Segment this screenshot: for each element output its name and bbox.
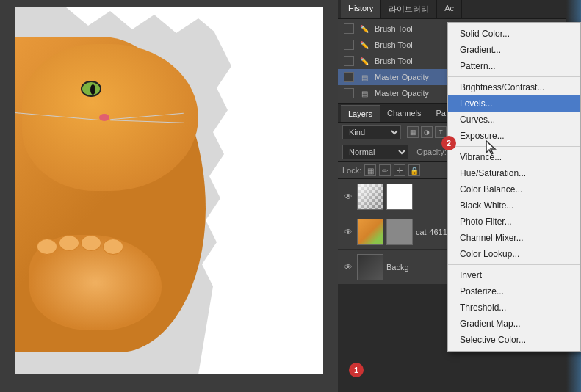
menu-divider-2 [448, 146, 580, 147]
canvas-area [0, 0, 338, 392]
lock-transparent-icon[interactable]: ▦ [364, 164, 376, 176]
menu-pattern[interactable]: Pattern... [448, 58, 580, 74]
layer-thumb-3 [357, 254, 383, 280]
paw-toe-4 [103, 239, 123, 255]
filter-pixel-icon[interactable]: ▦ [407, 126, 419, 138]
paw-toe-3 [81, 235, 101, 251]
layer-eye-2[interactable]: 👁 [342, 226, 354, 238]
layer-mask-2 [386, 219, 413, 245]
lock-label: Lock: [342, 166, 361, 175]
menu-threshold[interactable]: Threshold... [448, 300, 580, 316]
layer-icon-1: ▤ [358, 71, 370, 83]
step-badge-2: 2 [441, 136, 456, 150]
history-checkbox-3[interactable] [344, 56, 354, 66]
thumb-content-1 [358, 184, 383, 209]
cat-scene [15, 7, 323, 374]
kind-select[interactable]: Kind [342, 125, 401, 139]
layer-eye-1[interactable]: 👁 [342, 191, 354, 203]
menu-color-balance[interactable]: Color Balance... [448, 181, 580, 197]
tab-history[interactable]: History [341, 0, 381, 18]
filter-adj-icon[interactable]: ◑ [421, 126, 433, 138]
menu-exposure[interactable]: Exposure... [448, 128, 580, 144]
svg-marker-0 [486, 141, 495, 154]
menu-channel-mixer[interactable]: Channel Mixer... [448, 230, 580, 246]
menu-vibrance[interactable]: Vibrance... [448, 149, 580, 165]
opacity-label: Opacity: [416, 148, 446, 156]
menu-divider-1 [448, 76, 580, 77]
menu-black-white[interactable]: Black White... [448, 197, 580, 214]
brush-icon-1: ✏️ [358, 23, 370, 35]
menu-levels[interactable]: Levels... [448, 95, 580, 112]
cat-eye [81, 81, 101, 97]
menu-color-lookup[interactable]: Color Lookup... [448, 246, 580, 262]
menu-posterize[interactable]: Posterize... [448, 283, 580, 300]
brush-icon-2: ✏️ [358, 39, 370, 51]
paw-toe-2 [59, 235, 79, 251]
mask-content-1 [387, 184, 412, 209]
step-badge-1: 1 [349, 363, 364, 377]
layer-thumb-2 [357, 219, 383, 245]
cat-pupil [90, 84, 95, 95]
layer-eye-3[interactable]: 👁 [342, 261, 354, 273]
lock-move-icon[interactable]: ✛ [394, 164, 405, 176]
tab-library[interactable]: 라이브러리 [381, 0, 437, 18]
mask-content-2 [387, 219, 412, 244]
history-checkbox-2[interactable] [344, 40, 354, 50]
cursor-arrow [485, 139, 499, 157]
menu-gradient[interactable]: Gradient... [448, 42, 580, 58]
layer-mask-1 [386, 184, 413, 210]
paw-toe-1 [37, 239, 57, 255]
cat-nose [99, 114, 109, 121]
history-panel-tabs: History 라이브러리 Ac [338, 0, 581, 19]
menu-gradient-map[interactable]: Gradient Map... [448, 316, 580, 332]
cat-face [22, 44, 198, 191]
menu-divider-3 [448, 264, 580, 265]
menu-solid-color[interactable]: Solid Color... [448, 26, 580, 42]
brush-icon-3: ✏️ [358, 55, 370, 67]
layer-icon-2: ▤ [358, 87, 370, 99]
history-checkbox-4[interactable] [344, 72, 354, 82]
lock-image-icon[interactable]: ✏ [379, 164, 391, 176]
menu-photo-filter[interactable]: Photo Filter... [448, 214, 580, 230]
menu-invert[interactable]: Invert [448, 267, 580, 283]
canvas-image [15, 7, 323, 374]
tab-layers[interactable]: Layers [341, 105, 380, 122]
history-checkbox-1[interactable] [344, 23, 354, 34]
menu-brightness-contrast[interactable]: Brightness/Contrast... [448, 79, 580, 95]
mode-select[interactable]: Normal [342, 145, 408, 159]
menu-curves[interactable]: Curves... [448, 112, 580, 128]
tab-actions[interactable]: Ac [437, 0, 462, 18]
tab-channels[interactable]: Channels [380, 105, 428, 122]
layer-thumb-1 [357, 184, 383, 210]
menu-hue-saturation[interactable]: Hue/Saturation... [448, 165, 580, 181]
lock-all-icon[interactable]: 🔒 [408, 164, 420, 176]
menu-selective-color[interactable]: Selective Color... [448, 332, 580, 348]
history-checkbox-5[interactable] [344, 88, 354, 98]
context-menu: Solid Color... Gradient... Pattern... Br… [447, 22, 581, 352]
